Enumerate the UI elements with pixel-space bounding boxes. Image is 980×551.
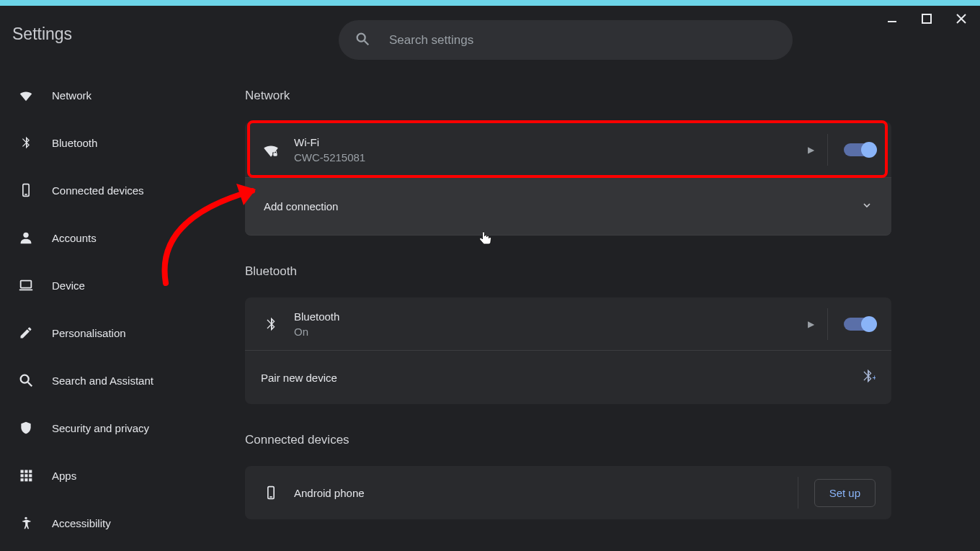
svg-rect-14: [29, 474, 32, 477]
sidebar-item-label: Connected devices: [52, 184, 144, 197]
chevron-right-icon: ▶: [808, 319, 814, 329]
sidebar-item-label: Network: [52, 89, 92, 102]
svg-line-20: [365, 40, 369, 45]
bluetooth-icon: [261, 314, 281, 334]
sidebar-item-label: Personalisation: [52, 327, 126, 339]
wifi-lock-icon: [261, 140, 281, 160]
svg-point-4: [23, 233, 28, 238]
pair-device-label: Pair new device: [261, 370, 860, 385]
search-icon: [17, 372, 35, 389]
sidebar-item-label: Accounts: [52, 232, 97, 244]
connected-devices-card: Android phone Set up: [245, 466, 891, 519]
sidebar-item-connected-devices[interactable]: Connected devices: [12, 171, 245, 210]
content-area: Network Wi-Fi CWC-5215081 ▶ Add connecti…: [245, 6, 980, 551]
svg-rect-17: [29, 478, 32, 481]
sidebar-item-label: Device: [52, 279, 85, 292]
svg-rect-15: [21, 478, 24, 481]
sidebar-item-network[interactable]: Network: [12, 76, 245, 115]
sidebar-item-label: Security and privacy: [52, 422, 149, 434]
wifi-row[interactable]: Wi-Fi CWC-5215081 ▶: [245, 122, 891, 178]
sidebar-item-bluetooth[interactable]: Bluetooth: [12, 123, 245, 162]
section-heading-connected-devices: Connected devices: [245, 433, 922, 447]
svg-point-7: [21, 375, 29, 383]
sidebar-item-accessibility[interactable]: Accessibility: [12, 503, 245, 542]
bluetooth-row[interactable]: Bluetooth On ▶: [245, 297, 891, 351]
sidebar-item-label: Search and Assistant: [52, 375, 153, 387]
section-heading-network: Network: [245, 89, 922, 103]
accessibility-icon: [17, 514, 35, 532]
wifi-icon: [17, 86, 35, 104]
laptop-icon: [17, 277, 35, 294]
bluetooth-pair-icon: +: [860, 368, 876, 387]
android-phone-row[interactable]: Android phone Set up: [245, 466, 891, 519]
phone-icon: [261, 483, 281, 503]
sidebar: Settings Network Bluetooth Connected dev…: [0, 6, 245, 551]
sidebar-item-apps[interactable]: Apps: [12, 456, 245, 495]
search-bar[interactable]: [339, 20, 793, 60]
bluetooth-card: Bluetooth On ▶ Pair new device +: [245, 297, 891, 404]
chevron-down-icon: [861, 200, 873, 214]
svg-rect-16: [24, 478, 27, 481]
sidebar-item-accounts[interactable]: Accounts: [12, 218, 245, 257]
sidebar-item-label: Bluetooth: [52, 137, 97, 149]
svg-rect-5: [21, 281, 32, 288]
sidebar-item-device[interactable]: Device: [12, 266, 245, 305]
wifi-toggle[interactable]: [844, 143, 876, 156]
add-connection-label: Add connection: [264, 199, 861, 214]
sidebar-item-label: Accessibility: [52, 517, 111, 529]
bluetooth-status: On: [294, 324, 795, 339]
svg-rect-10: [24, 470, 27, 473]
search-input[interactable]: [389, 33, 777, 48]
add-connection-row[interactable]: Add connection: [245, 178, 891, 236]
section-heading-bluetooth: Bluetooth: [245, 264, 922, 279]
svg-rect-12: [21, 474, 24, 477]
svg-point-19: [357, 33, 365, 41]
network-card: Wi-Fi CWC-5215081 ▶ Add connection: [245, 122, 891, 236]
svg-rect-9: [21, 470, 24, 473]
svg-rect-13: [24, 474, 27, 477]
svg-rect-22: [273, 153, 277, 156]
wifi-title: Wi-Fi: [294, 135, 795, 150]
bluetooth-title: Bluetooth: [294, 309, 795, 324]
svg-text:+: +: [872, 373, 876, 382]
sidebar-item-label: Apps: [52, 470, 76, 482]
setup-button[interactable]: Set up: [814, 479, 876, 507]
page-title: Settings: [12, 24, 245, 44]
chevron-right-icon: ▶: [808, 145, 814, 155]
svg-point-18: [24, 517, 27, 519]
search-icon: [355, 31, 370, 50]
sidebar-item-search-assistant[interactable]: Search and Assistant: [12, 361, 245, 400]
android-phone-title: Android phone: [294, 485, 798, 501]
sidebar-item-personalisation[interactable]: Personalisation: [12, 313, 245, 352]
apps-icon: [17, 467, 35, 484]
phone-icon: [17, 182, 35, 199]
shield-icon: [17, 419, 35, 436]
bluetooth-toggle[interactable]: [844, 318, 876, 331]
bluetooth-icon: [17, 134, 35, 151]
svg-rect-11: [29, 470, 32, 473]
person-icon: [17, 229, 35, 246]
sidebar-item-security-privacy[interactable]: Security and privacy: [12, 408, 245, 447]
pair-device-row[interactable]: Pair new device +: [245, 351, 891, 404]
pencil-icon: [17, 324, 35, 341]
wifi-ssid: CWC-5215081: [294, 150, 795, 165]
svg-line-8: [28, 382, 32, 387]
